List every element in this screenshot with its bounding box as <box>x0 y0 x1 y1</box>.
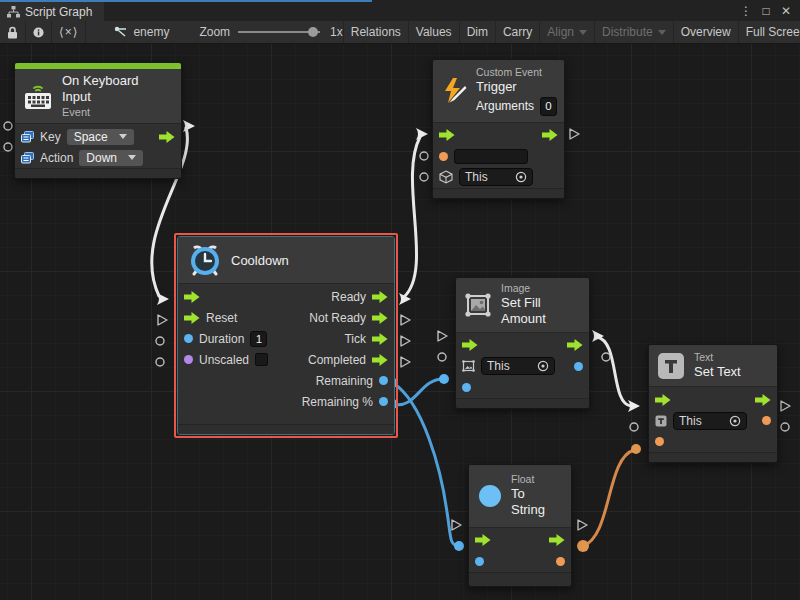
port-text-out[interactable] <box>781 423 789 431</box>
flow-arrow-icon[interactable] <box>372 291 388 303</box>
float-port-dot[interactable] <box>462 383 471 392</box>
port-customevent-flow-in[interactable] <box>416 128 428 140</box>
port-customevent-name-in[interactable] <box>420 152 428 160</box>
flow-arrow-icon[interactable] <box>462 339 478 351</box>
target-object-picker[interactable]: This <box>481 357 555 375</box>
graph-reference[interactable]: enemy <box>114 21 169 43</box>
unscaled-checkbox[interactable] <box>255 353 268 366</box>
flow-arrow-icon[interactable] <box>372 354 388 366</box>
flow-arrow-icon[interactable] <box>184 312 200 324</box>
dim-button[interactable]: Dim <box>459 21 495 43</box>
float-port-dot[interactable] <box>379 376 388 385</box>
wire-float-to-text[interactable] <box>583 450 634 546</box>
wire-remaining-to-float[interactable] <box>393 383 459 546</box>
graph-name-label: enemy <box>133 25 169 39</box>
close-icon[interactable]: ✕ <box>778 4 794 18</box>
port-cooldown-tick-out[interactable] <box>401 336 410 346</box>
string-port-dot[interactable] <box>655 437 664 446</box>
port-cooldown-reset-in[interactable] <box>158 315 167 325</box>
port-image-flow-in[interactable] <box>438 331 447 341</box>
object-picker-icon[interactable] <box>515 171 527 183</box>
port-cooldown-notready-out[interactable] <box>401 315 410 325</box>
flow-arrow-icon[interactable] <box>475 534 491 546</box>
values-button[interactable]: Values <box>408 21 459 43</box>
string-port-dot[interactable] <box>762 416 771 425</box>
port-customevent-flow-out[interactable] <box>570 129 579 139</box>
float-port-dot[interactable] <box>574 362 583 371</box>
flow-arrow-icon[interactable] <box>159 131 175 143</box>
graph-canvas[interactable]: On Keyboard Input Event Key Space <box>0 44 800 600</box>
port-customevent-target-in[interactable] <box>420 173 428 181</box>
port-image-fill-out[interactable] <box>602 353 610 361</box>
cap-float-out[interactable] <box>577 540 589 552</box>
float-port-dot[interactable] <box>475 557 484 566</box>
port-cooldown-completed-out[interactable] <box>401 357 410 367</box>
overview-button[interactable]: Overview <box>673 21 738 43</box>
port-cooldown-flow-in[interactable] <box>157 293 169 305</box>
flow-arrow-icon[interactable] <box>755 394 771 406</box>
node-trigger-custom-event[interactable]: Custom Event Trigger Arguments 0 <box>432 59 565 199</box>
flow-arrow-icon[interactable] <box>372 312 388 324</box>
object-picker-icon[interactable] <box>729 415 741 427</box>
cap-text-string-in[interactable] <box>631 444 641 454</box>
relations-button[interactable]: Relations <box>343 21 408 43</box>
action-dropdown[interactable]: Down <box>79 150 143 166</box>
distribute-dropdown[interactable]: Distribute <box>594 21 673 43</box>
flow-arrow-icon[interactable] <box>439 129 455 141</box>
flow-arrow-icon[interactable] <box>542 129 558 141</box>
cap-image-fill-in[interactable] <box>439 374 449 384</box>
zoom-slider-handle[interactable] <box>308 27 318 37</box>
node-cooldown[interactable]: Cooldown Ready <box>177 236 395 435</box>
node-footer <box>15 168 181 178</box>
node-title: Set Fill Amount <box>501 295 579 328</box>
port-cooldown-duration-in[interactable] <box>156 337 164 345</box>
float-port-dot[interactable] <box>379 397 388 406</box>
code-view-button[interactable]: ⟨×⟩ <box>52 21 86 43</box>
key-dropdown[interactable]: Space <box>67 129 134 145</box>
maximize-icon[interactable]: □ <box>758 4 774 18</box>
flow-arrow-icon[interactable] <box>567 339 583 351</box>
port-float-flow-out[interactable] <box>578 520 587 530</box>
event-name-field[interactable] <box>454 149 528 164</box>
duration-field[interactable]: 1 <box>250 331 267 347</box>
port-row-2: Reset Not Ready <box>178 307 394 328</box>
cap-float-in[interactable] <box>454 541 464 551</box>
port-cooldown-unscaled-in[interactable] <box>156 358 164 366</box>
carry-button[interactable]: Carry <box>495 21 539 43</box>
flow-arrow-icon[interactable] <box>655 394 671 406</box>
node-image-set-fill-amount[interactable]: Image Set Fill Amount <box>455 277 590 409</box>
arguments-field[interactable]: 0 <box>540 97 557 115</box>
flow-arrow-icon[interactable] <box>372 333 388 345</box>
port-keyboard-flow-out[interactable] <box>183 120 195 132</box>
target-object-picker[interactable]: This <box>459 168 533 186</box>
wire-remainingpct-to-image[interactable] <box>393 379 444 405</box>
float-port-dot[interactable] <box>184 334 193 343</box>
info-button[interactable] <box>26 21 52 43</box>
node-float-to-string[interactable]: Float To String <box>468 464 572 587</box>
text-icon <box>657 352 685 380</box>
port-float-flow-in[interactable] <box>452 520 461 530</box>
port-text-target-in[interactable] <box>630 423 638 431</box>
node-text-set-text[interactable]: Text Set Text This <box>648 344 778 463</box>
chevron-down-icon <box>128 155 136 160</box>
zoom-slider[interactable] <box>238 31 320 33</box>
bool-port-dot[interactable] <box>184 355 193 364</box>
node-on-keyboard-input[interactable]: On Keyboard Input Event Key Space <box>14 62 182 179</box>
flow-arrow-icon[interactable] <box>184 291 200 303</box>
target-object-picker[interactable]: This <box>673 412 747 430</box>
wire-image-to-text[interactable] <box>597 337 631 406</box>
port-image-target-in[interactable] <box>438 353 446 361</box>
string-port-dot[interactable] <box>439 152 448 161</box>
port-keyboard-action-out[interactable] <box>4 143 12 151</box>
align-dropdown[interactable]: Align <box>539 21 594 43</box>
wire-ready-to-customevent[interactable] <box>404 137 420 297</box>
tab-script-graph[interactable]: Script Graph <box>0 2 104 21</box>
string-port-dot[interactable] <box>556 557 565 566</box>
object-picker-icon[interactable] <box>537 360 549 372</box>
flow-arrow-icon[interactable] <box>549 534 565 546</box>
fullscreen-button[interactable]: Full Screen <box>738 21 800 43</box>
window-menu-icon[interactable]: ⋮ <box>738 4 754 18</box>
port-text-flow-out[interactable] <box>781 401 790 411</box>
lock-button[interactable] <box>0 21 26 43</box>
port-keyboard-key-out[interactable] <box>4 122 12 130</box>
